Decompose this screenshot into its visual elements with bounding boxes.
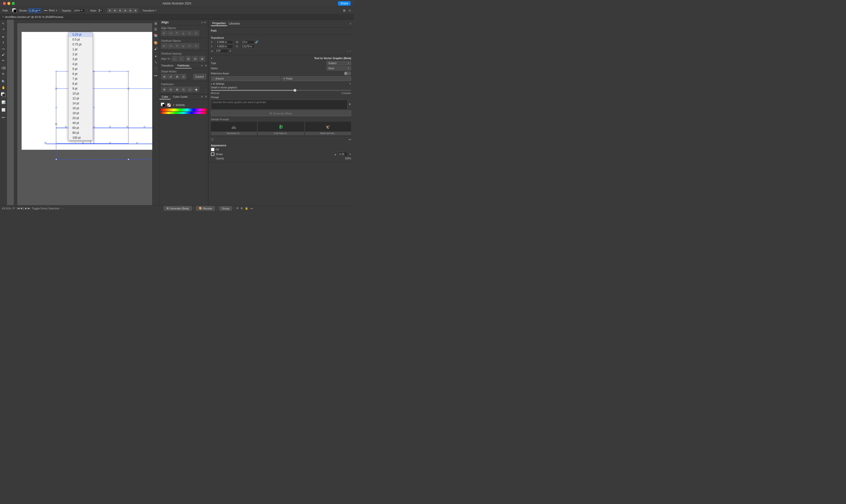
lock-proportions-btn[interactable]: 🔗 [255, 40, 258, 44]
intersect-btn[interactable]: ⊠ [174, 74, 180, 79]
artboard-tool[interactable]: ⬜ [1, 107, 6, 112]
dd-item-3[interactable]: 3 pt [69, 57, 93, 61]
maximize-button[interactable] [12, 2, 15, 5]
settings-expand-btn[interactable]: ▸ [211, 83, 212, 85]
dist-spacing-h-btn[interactable]: ↔ [172, 56, 178, 61]
rotate-tool[interactable]: ↻ [1, 71, 6, 77]
dd-item-14[interactable]: 14 pt [69, 101, 93, 106]
dist-spacing-v-btn[interactable]: ↕ [179, 56, 184, 61]
paintbrush-tool[interactable]: 🖌 [1, 52, 6, 57]
style-value[interactable]: ▼ [97, 8, 103, 13]
generate-beta-btn[interactable]: ⊞ Generate (Beta) [211, 110, 352, 116]
dd-item-18[interactable]: 18 pt [69, 111, 93, 115]
image-trace-icon[interactable]: ⬚ [153, 65, 158, 71]
dd-item-0-75[interactable]: 0.75 pt [69, 42, 93, 47]
assets-icon[interactable]: 🎨 [153, 40, 158, 46]
trim-btn[interactable]: ⊟ [168, 87, 174, 92]
props-options-btn[interactable]: ≡ [350, 22, 351, 25]
ttv-collapse-btn[interactable]: ▾ [211, 57, 212, 60]
transform-tab[interactable]: Transform [159, 63, 176, 69]
stroke-value[interactable]: 0.25 pt ▼ [28, 8, 41, 13]
align-right-edges-btn[interactable]: ⊤ [174, 31, 180, 36]
dd-item-10[interactable]: 10 pt [69, 91, 93, 96]
fill-color-swatch[interactable] [211, 148, 214, 151]
detail-slider[interactable] [211, 90, 352, 91]
first-page-btn[interactable]: |◀ [17, 207, 19, 210]
sparkle-icon[interactable]: ✦ [348, 102, 351, 106]
minimize-button[interactable] [7, 2, 10, 5]
align-to-selection-btn[interactable]: ⊞ [185, 56, 191, 61]
type-tool[interactable]: T [1, 40, 6, 46]
type-dropdown[interactable]: Subject ▼ [327, 61, 351, 65]
fill-stroke-swatches[interactable] [161, 103, 166, 108]
stroke-dropdown-btn[interactable]: ▼ [349, 153, 351, 156]
close-button[interactable] [3, 2, 6, 5]
sample-thumb-1[interactable]: 🚲 Illustration of... [211, 122, 257, 135]
x-value[interactable]: 9.3846 in [216, 40, 233, 44]
recolor-btn[interactable]: 🎨 Recolor [196, 206, 215, 211]
stroke-up-btn[interactable]: ▲ [334, 153, 337, 156]
dd-item-8[interactable]: 8 pt [69, 81, 93, 86]
minus-back-btn[interactable]: ◼ [193, 87, 199, 92]
dist-bottom-btn[interactable]: ⊧ [193, 43, 199, 49]
zoom-tool[interactable]: 🔍 [1, 79, 6, 84]
dist-h-btn[interactable]: ⊣ [168, 43, 174, 49]
sample-thumb-3[interactable]: 🦅 Black and whi... [305, 122, 351, 135]
transform-button[interactable]: Transform ▼ [141, 8, 158, 13]
align-close-btn[interactable]: ✕ [204, 21, 206, 24]
angle-value[interactable]: 270° [215, 49, 228, 53]
opacity-control[interactable]: Opacity: 100% ▼ [61, 8, 86, 13]
share-bottom-btn[interactable]: ⊞ [241, 207, 243, 210]
sample-thumb-2[interactable]: 🐉 Cute baby dr... [258, 122, 304, 135]
stroke-selector[interactable]: Stroke: 0.25 pt ▼ [18, 8, 42, 13]
lock-bottom-btn[interactable]: 🔒 [245, 207, 248, 210]
slider-thumb[interactable] [293, 89, 296, 92]
stroke-color-indicator[interactable] [211, 152, 214, 156]
reference-asset-toggle[interactable] [344, 71, 351, 75]
hand-tool[interactable]: ✋ [1, 85, 6, 90]
dd-item-60[interactable]: 60 pt [69, 125, 93, 130]
direct-select-tool[interactable]: ↗ [1, 26, 6, 32]
fill-stroke-indicator[interactable] [1, 92, 6, 97]
toggle-direct-btn[interactable]: → [61, 207, 64, 210]
none-swatch[interactable] [167, 103, 171, 107]
align-h-centers-btn[interactable]: ⊣ [168, 31, 174, 36]
tab-close-btn[interactable]: ✕ [2, 15, 4, 18]
dd-item-2[interactable]: 2 pt [69, 52, 93, 57]
pencil-tool[interactable]: ✏ [1, 58, 6, 63]
divide-btn[interactable]: ⊞ [161, 87, 167, 92]
more-panels-icon[interactable]: ••• [153, 73, 158, 78]
style-control[interactable]: Style: ▼ [89, 8, 104, 13]
exclude-btn[interactable]: ⊡ [180, 74, 186, 79]
group-btn[interactable]: Group [219, 206, 232, 211]
align-middle-btn[interactable]: ⊠ [128, 8, 133, 13]
pathfinder-tab[interactable]: Pathfinder [175, 63, 192, 69]
align-left-edges-btn[interactable]: ⊢ [161, 31, 167, 36]
more-tools[interactable]: ••• [1, 115, 6, 120]
align-expand-btn[interactable]: ≡ [201, 21, 203, 24]
artwork-button[interactable]: ⬚ Artwork [211, 76, 281, 81]
generate-bottom-btn[interactable]: ⊞ Generate (Beta) [164, 206, 192, 211]
brush-icon[interactable]: 🖌 [153, 46, 158, 51]
dd-item-16[interactable]: 16 pt [69, 106, 93, 111]
align-bottom-edges-btn[interactable]: ⊧ [193, 31, 199, 36]
color-options-btn[interactable]: ≡ [200, 94, 203, 100]
outline-btn[interactable]: ◻ [187, 87, 193, 92]
next-page-btn[interactable]: ▶ [25, 207, 27, 210]
dd-item-0-5[interactable]: 0.5 pt [69, 37, 93, 42]
unite-btn[interactable]: ⊞ [161, 74, 167, 79]
dd-item-20[interactable]: 20 pt [69, 115, 93, 121]
pf-close-btn[interactable]: ✕ [204, 63, 208, 69]
opacity-value[interactable]: 100% ▼ [72, 8, 85, 13]
picker-button[interactable]: ✦ Picker [282, 76, 351, 81]
shape-tool[interactable]: ▭ [1, 46, 6, 51]
align-top-edges-btn[interactable]: ⊥ [180, 31, 186, 36]
select-tool[interactable]: ↖ [1, 21, 6, 26]
stroke-prop-value[interactable]: 0.25 [338, 152, 348, 156]
dd-item-12[interactable]: 12 pt [69, 96, 93, 101]
dist-right-btn[interactable]: ⊤ [174, 43, 180, 49]
y-value[interactable]: 4.9583 in [216, 45, 233, 48]
align-center-btn[interactable]: ⊠ [112, 8, 118, 13]
settings-bottom-btn[interactable]: ⚙ [236, 207, 239, 210]
dd-item-7[interactable]: 7 pt [69, 76, 93, 81]
